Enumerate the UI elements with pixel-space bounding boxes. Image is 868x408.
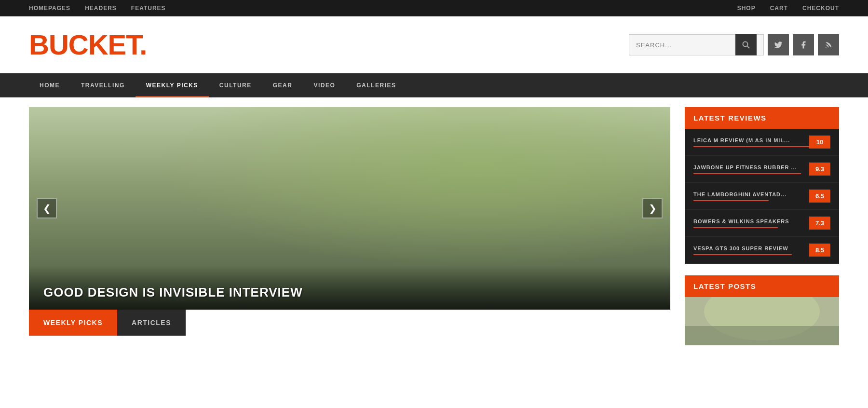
sidebar: LATEST REVIEWS LEICA M REVIEW (M AS IN M… [685, 107, 839, 357]
review-score-2: 6.5 [809, 190, 830, 203]
main-content: GOOD DESIGN IS INVISIBLE INTERVIEW ❮ ❯ W… [29, 107, 670, 357]
latest-reviews-header: LATEST REVIEWS [685, 107, 839, 129]
review-bar-4 [693, 254, 792, 255]
review-title-2: THE LAMBORGHINI AVENTAD... [693, 191, 809, 197]
review-bar-1 [693, 173, 801, 174]
review-title-0: LEICA M REVIEW (M AS IN MIL... [693, 137, 809, 143]
review-bar-2 [693, 200, 769, 201]
rss-icon [824, 41, 833, 49]
review-score-4: 8.5 [809, 244, 830, 257]
nav-item-travelling[interactable]: TRAVELLING [70, 73, 136, 97]
nav-cart[interactable]: CART [770, 5, 788, 12]
review-item-3[interactable]: BOWERS & WILKINS SPEAKERS 7.3 [685, 210, 839, 237]
site-logo[interactable]: BUCKET. [29, 31, 147, 59]
review-item-4[interactable]: VESPA GTS 300 SUPER REVIEW 8.5 [685, 237, 839, 264]
facebook-button[interactable] [793, 34, 814, 55]
latest-posts-image [685, 297, 839, 345]
svg-point-5 [396, 107, 664, 248]
nav-homepages[interactable]: HOMEPAGES [29, 5, 70, 12]
search-button[interactable] [735, 34, 757, 55]
slide-title: GOOD DESIGN IS INVISIBLE INTERVIEW [43, 285, 656, 300]
latest-posts-header: LATEST POSTS [685, 275, 839, 297]
review-item-content: BOWERS & WILKINS SPEAKERS [693, 218, 809, 228]
svg-point-4 [230, 107, 630, 242]
svg-rect-28 [685, 326, 839, 345]
review-item-content: VESPA GTS 300 SUPER REVIEW [693, 245, 809, 255]
tab-weekly-picks[interactable]: WEEKLY PICKS [29, 310, 117, 336]
tab-bar: WEEKLY PICKS ARTICLES [29, 310, 670, 336]
search-box [629, 34, 764, 55]
latest-posts-thumbnail [685, 297, 839, 345]
top-nav-left: HOMEPAGES HEADERS FEATURES [29, 5, 166, 12]
review-title-1: JAWBONE UP FITNESS RUBBER ... [693, 164, 809, 170]
svg-point-11 [139, 162, 186, 215]
svg-point-2 [826, 47, 827, 48]
svg-point-0 [743, 42, 748, 47]
top-nav-right: SHOP CART CHECKOUT [737, 5, 839, 12]
slide-next-button[interactable]: ❯ [642, 198, 663, 218]
search-input[interactable] [629, 41, 735, 49]
search-icon [742, 41, 750, 49]
review-title-4: VESPA GTS 300 SUPER REVIEW [693, 245, 809, 251]
svg-line-1 [747, 46, 750, 49]
twitter-button[interactable] [768, 34, 789, 55]
review-item-content: LEICA M REVIEW (M AS IN MIL... [693, 137, 809, 147]
slide-prev-button[interactable]: ❮ [37, 198, 57, 218]
nav-item-culture[interactable]: CULTURE [209, 73, 262, 97]
review-item-1[interactable]: JAWBONE UP FITNESS RUBBER ... 9.3 [685, 156, 839, 183]
review-score-0: 10 [809, 136, 830, 149]
nav-headers[interactable]: HEADERS [85, 5, 117, 12]
nav-item-home[interactable]: HOME [29, 73, 70, 97]
review-score-3: 7.3 [809, 217, 830, 230]
review-item-0[interactable]: LEICA M REVIEW (M AS IN MIL... 10 [685, 129, 839, 156]
svg-point-19 [537, 172, 590, 232]
svg-point-6 [129, 107, 463, 188]
nav-shop[interactable]: SHOP [737, 5, 756, 12]
nav-item-video[interactable]: VIDEO [303, 73, 346, 97]
latest-posts-section: LATEST POSTS [685, 275, 839, 345]
rss-button[interactable] [818, 34, 839, 55]
slideshow: GOOD DESIGN IS INVISIBLE INTERVIEW ❮ ❯ [29, 107, 670, 310]
top-bar: HOMEPAGES HEADERS FEATURES SHOP CART CHE… [0, 0, 868, 16]
nav-item-gear[interactable]: GEAR [262, 73, 303, 97]
review-title-3: BOWERS & WILKINS SPEAKERS [693, 218, 809, 224]
review-item-content: THE LAMBORGHINI AVENTAD... [693, 191, 809, 201]
header: BUCKET. [0, 16, 868, 73]
slide-overlay: GOOD DESIGN IS INVISIBLE INTERVIEW [29, 266, 670, 310]
review-bar-3 [693, 227, 778, 228]
review-score-1: 9.3 [809, 163, 830, 176]
review-bar-0 [693, 146, 809, 147]
header-right [629, 34, 839, 55]
main-nav: HOME TRAVELLING WEEKLY PICKS CULTURE GEA… [0, 73, 868, 97]
review-item-2[interactable]: THE LAMBORGHINI AVENTAD... 6.5 [685, 183, 839, 210]
latest-reviews-section: LATEST REVIEWS LEICA M REVIEW (M AS IN M… [685, 107, 839, 264]
facebook-icon [799, 41, 808, 49]
tab-articles[interactable]: ARTICLES [117, 310, 186, 336]
twitter-icon [774, 41, 783, 49]
content-area: GOOD DESIGN IS INVISIBLE INTERVIEW ❮ ❯ W… [0, 97, 868, 367]
nav-item-galleries[interactable]: GALLERIES [346, 73, 407, 97]
nav-checkout[interactable]: CHECKOUT [802, 5, 839, 12]
nav-item-weekly-picks[interactable]: WEEKLY PICKS [136, 73, 209, 97]
nav-features[interactable]: FEATURES [131, 5, 166, 12]
review-item-content: JAWBONE UP FITNESS RUBBER ... [693, 164, 809, 174]
